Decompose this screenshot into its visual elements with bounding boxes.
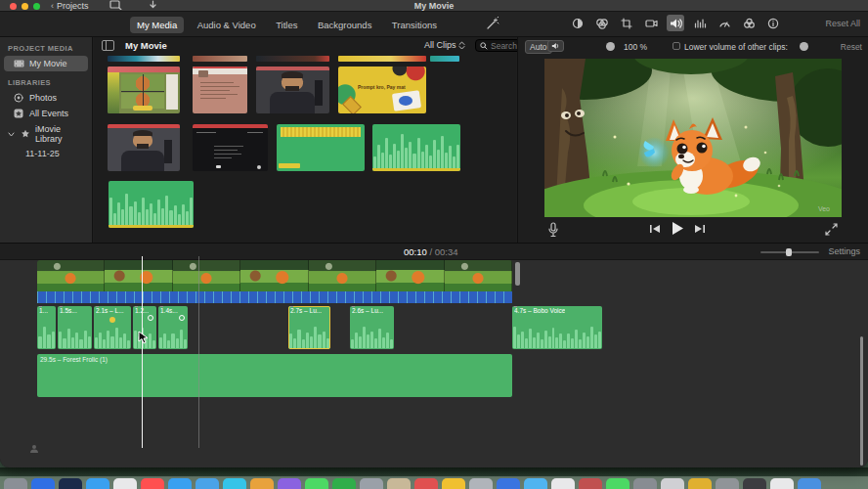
timeline-scrollbar[interactable] <box>860 336 863 466</box>
play-button[interactable] <box>671 221 684 236</box>
thumbnail-sliver[interactable] <box>108 56 180 62</box>
video-clip-audio-strip[interactable] <box>37 291 512 303</box>
clip-marker-icon[interactable] <box>109 317 115 323</box>
dock-app-icon[interactable] <box>606 478 629 489</box>
dock-app-icon[interactable] <box>31 478 55 489</box>
audio-thumbnail-clip[interactable] <box>277 124 365 171</box>
dock-app-icon[interactable] <box>4 478 27 489</box>
audio-clip[interactable]: 2.1s – L... <box>94 306 131 349</box>
sidebar-item-label: My Movie <box>29 59 67 68</box>
tab-titles[interactable]: Titles <box>269 17 304 33</box>
dock-app-icon[interactable] <box>716 478 739 489</box>
background-music-clip[interactable]: 29.5s – Forest Frolic (1) <box>37 354 512 397</box>
sidebar-item-photos[interactable]: Photos <box>4 90 88 106</box>
reset-all-button[interactable]: Reset All <box>825 19 860 28</box>
noise-reduction-icon[interactable] <box>691 15 709 31</box>
sidebar-item-all-events[interactable]: All Events <box>4 106 88 121</box>
stabilization-icon[interactable] <box>642 15 660 31</box>
audio-clip[interactable]: 1... <box>37 306 56 349</box>
tab-my-media[interactable]: My Media <box>130 17 184 33</box>
clip-filter-icon[interactable] <box>740 15 758 31</box>
dock-app-icon[interactable] <box>168 478 192 489</box>
dock-app-icon[interactable] <box>497 478 520 489</box>
dock-app-icon[interactable] <box>798 478 821 489</box>
video-clip-filmstrip[interactable] <box>37 260 512 291</box>
dock-app-icon[interactable] <box>195 478 219 489</box>
sidebar-toggle-icon[interactable] <box>102 40 114 51</box>
playhead[interactable] <box>142 256 143 448</box>
audio-clip[interactable]: 4.7s – Bobo Voice <box>512 306 602 349</box>
sidebar-item-my-movie[interactable]: My Movie <box>4 56 88 71</box>
lower-volume-checkbox[interactable] <box>673 42 680 50</box>
fullscreen-icon[interactable] <box>825 223 838 236</box>
info-icon[interactable] <box>764 15 782 31</box>
audio-thumbnail-waveform[interactable] <box>372 124 460 171</box>
dock-app-icon[interactable] <box>442 478 465 489</box>
timeline-zoom-slider[interactable] <box>760 251 819 253</box>
dock-app-icon[interactable] <box>59 478 82 489</box>
dock-app-icon[interactable] <box>551 478 575 489</box>
audio-clip-selected[interactable]: 2.7s – Lu... <box>288 306 330 349</box>
tab-backgrounds[interactable]: Backgrounds <box>311 17 378 33</box>
dock-app-icon[interactable] <box>332 478 356 489</box>
dock-app-icon[interactable] <box>113 478 137 489</box>
dock-app-icon[interactable] <box>414 478 438 489</box>
dock-app-icon[interactable] <box>305 478 328 489</box>
window-title: My Movie <box>0 1 868 11</box>
dock-app-icon[interactable] <box>688 478 712 489</box>
thumbnail-sliver[interactable] <box>430 56 459 62</box>
dock-app-icon[interactable] <box>141 478 164 489</box>
dock-app-icon[interactable] <box>86 478 109 489</box>
dock-app-icon[interactable] <box>469 478 493 489</box>
dock-app-icon[interactable] <box>250 478 274 489</box>
video-preview[interactable]: Veo <box>544 59 842 217</box>
color-correction-icon[interactable] <box>593 15 611 31</box>
dock-app-icon[interactable] <box>360 478 383 489</box>
dock-app-icon[interactable] <box>661 478 684 489</box>
thumbnail-sliver[interactable] <box>338 56 426 62</box>
thumbnail-sliver[interactable] <box>193 56 247 62</box>
record-voiceover-icon[interactable] <box>547 222 559 238</box>
crop-icon[interactable] <box>618 15 635 31</box>
previous-frame-button[interactable] <box>649 224 661 234</box>
video-thumbnail-presenter[interactable] <box>256 67 329 113</box>
all-clips-dropdown[interactable]: All Clips <box>424 40 465 50</box>
sidebar-item-library-date[interactable]: 11-11-25 <box>0 147 92 160</box>
speed-icon[interactable] <box>716 15 733 31</box>
next-frame-button[interactable] <box>694 224 706 234</box>
dock-app-icon[interactable] <box>579 478 602 489</box>
disclosure-chevron-icon[interactable] <box>8 132 16 137</box>
playback-controls <box>518 219 868 243</box>
audio-clip[interactable]: 1.5s... <box>58 306 92 349</box>
video-thumbnail-document[interactable] <box>193 67 247 113</box>
volume-icon[interactable] <box>667 15 684 31</box>
dock-app-icon[interactable] <box>633 478 657 489</box>
search-icon <box>480 42 488 50</box>
audio-clip[interactable]: 2.6s – Lu... <box>350 306 394 349</box>
all-events-icon <box>14 109 24 118</box>
tab-audio-video[interactable]: Audio & Video <box>191 17 263 33</box>
video-thumbnail-terminal[interactable] <box>193 124 268 171</box>
dock-app-icon[interactable] <box>743 478 766 489</box>
clip-trim-handle[interactable] <box>515 262 520 286</box>
clip-ring-marker-icon[interactable] <box>148 315 153 321</box>
tab-transitions[interactable]: Transitions <box>385 17 444 33</box>
timeline-settings-button[interactable]: Settings <box>828 246 860 256</box>
video-thumbnail-yellow-promo[interactable]: Prompt kro, Pay mat <box>338 67 426 113</box>
color-balance-icon[interactable] <box>569 15 586 31</box>
audio-thumbnail-waveform[interactable] <box>108 181 194 228</box>
thumbnail-sliver[interactable] <box>256 56 329 62</box>
dock-app-icon[interactable] <box>524 478 547 489</box>
volume-reset-button[interactable]: Reset <box>841 42 862 52</box>
dock-app-icon[interactable] <box>770 478 794 489</box>
dock-app-icon[interactable] <box>278 478 301 489</box>
video-thumbnail-presenter-recording[interactable] <box>108 124 180 171</box>
mute-button[interactable] <box>547 40 564 52</box>
enhance-wand-icon[interactable] <box>486 17 499 30</box>
video-thumbnail-screen-recording[interactable] <box>108 67 180 113</box>
dock-app-icon[interactable] <box>223 478 246 489</box>
audio-clip[interactable]: 1.4s... <box>158 306 188 349</box>
dock-app-icon[interactable] <box>387 478 411 489</box>
clip-ring-marker-icon[interactable] <box>179 315 185 321</box>
sidebar-item-imovie-library[interactable]: iMovie Library <box>4 121 88 147</box>
